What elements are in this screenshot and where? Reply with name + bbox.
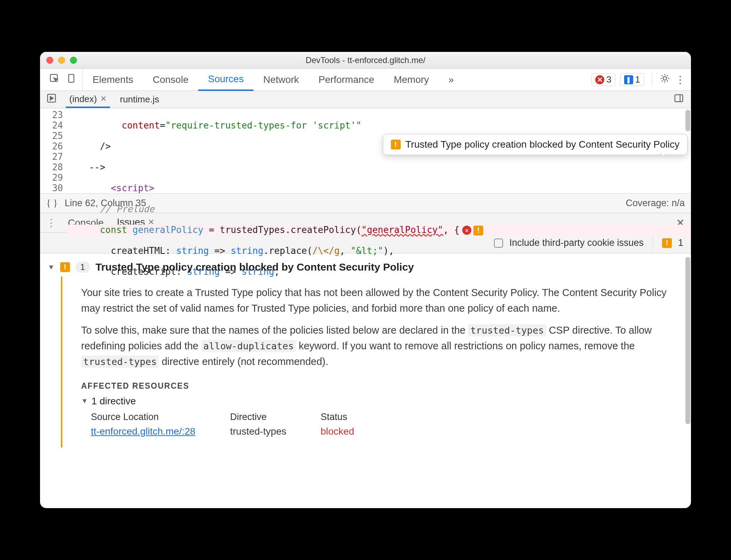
warning-tooltip: ! Trusted Type policy creation blocked b…	[383, 134, 688, 155]
inline-error-icon[interactable]: ✕	[462, 226, 471, 235]
col-directive: Directive	[230, 412, 314, 422]
inline-warning-icon[interactable]: !	[473, 226, 483, 235]
scrollbar-thumb[interactable]	[685, 110, 690, 131]
directive-summary-text: 1 directive	[92, 396, 136, 407]
affected-resources-heading: AFFECTED RESOURCES	[81, 381, 677, 391]
status-cell: blocked	[321, 426, 383, 437]
titlebar: DevTools - tt-enforced.glitch.me/	[40, 52, 691, 69]
svg-rect-5	[675, 95, 683, 102]
issue-body: Your site tries to create a Trusted Type…	[61, 277, 691, 448]
kebab-menu-icon[interactable]: ⋮	[675, 73, 685, 86]
col-status: Status	[321, 412, 383, 422]
error-counter[interactable]: ✕ 3	[591, 73, 615, 86]
pretty-print-icon[interactable]: { }	[46, 198, 58, 209]
tab-sources[interactable]: Sources	[198, 69, 253, 91]
code-content: content="require-trusted-types-for 'scri…	[67, 108, 691, 193]
directive-summary[interactable]: ▼ 1 directive	[81, 396, 677, 407]
warning-icon: !	[391, 140, 401, 149]
devtools-window: DevTools - tt-enforced.glitch.me/ Elemen…	[40, 52, 691, 508]
chevron-down-icon[interactable]: ▼	[81, 397, 88, 405]
affected-resources-table: Source Location Directive Status tt-enfo…	[91, 412, 677, 437]
close-tab-icon[interactable]: ✕	[100, 94, 107, 103]
svg-rect-1	[69, 75, 74, 83]
tooltip-text: Trusted Type policy creation blocked by …	[406, 139, 680, 150]
tab-console[interactable]: Console	[143, 69, 198, 91]
directive-cell: trusted-types	[230, 426, 314, 437]
tab-memory[interactable]: Memory	[384, 69, 439, 91]
warning-icon: !	[60, 262, 70, 272]
source-editor[interactable]: 23 24 25 26 27 28 29 30 content="require…	[40, 108, 691, 194]
issue-description-1: Your site tries to create a Trusted Type…	[81, 285, 677, 316]
message-counter[interactable]: ❚ 1	[620, 73, 644, 86]
col-source-location: Source Location	[91, 412, 223, 422]
panel-overflow-button[interactable]: »	[439, 69, 464, 91]
tab-network[interactable]: Network	[253, 69, 309, 91]
settings-gear-icon[interactable]	[660, 73, 670, 86]
table-row: tt-enforced.glitch.me/:28 trusted-types …	[91, 426, 677, 437]
issue-count-badge: 1	[76, 262, 90, 273]
resume-script-icon[interactable]	[44, 93, 60, 106]
editor-tab-row: (index) ✕ runtime.js	[40, 91, 691, 108]
inspect-icon[interactable]	[49, 73, 60, 86]
file-tab-label: (index)	[69, 94, 97, 104]
issue-title: Trusted Type policy creation blocked by …	[95, 261, 414, 273]
drawer-kebab-icon[interactable]: ⋮	[46, 217, 56, 228]
chat-icon: ❚	[624, 75, 633, 84]
chevron-down-icon[interactable]: ▼	[48, 263, 55, 271]
message-count: 1	[635, 74, 640, 85]
divider	[652, 73, 652, 86]
tab-performance[interactable]: Performance	[309, 69, 384, 91]
file-tab-index[interactable]: (index) ✕	[66, 92, 110, 108]
issue-header[interactable]: ▼ ! 1 Trusted Type policy creation block…	[40, 254, 691, 277]
svg-point-3	[663, 77, 667, 80]
tab-elements[interactable]: Elements	[83, 69, 143, 91]
issue-description-2: To solve this, make sure that the names …	[81, 322, 677, 370]
sidebar-toggle-icon[interactable]	[670, 93, 687, 106]
main-toolbar: Elements Console Sources Network Perform…	[40, 69, 691, 91]
source-location-link[interactable]: tt-enforced.glitch.me/:28	[91, 426, 223, 437]
issues-panel: ▼ ! 1 Trusted Type policy creation block…	[40, 254, 691, 508]
file-tab-label: runtime.js	[120, 94, 159, 105]
error-count: 3	[606, 74, 611, 85]
line-gutter: 23 24 25 26 27 28 29 30	[40, 108, 67, 193]
device-toolbar-icon[interactable]	[66, 73, 77, 86]
file-tab-runtime[interactable]: runtime.js	[116, 92, 163, 107]
window-title: DevTools - tt-enforced.glitch.me/	[40, 55, 691, 65]
scrollbar-thumb[interactable]	[685, 257, 690, 424]
panel-tabs: Elements Console Sources Network Perform…	[83, 69, 464, 91]
error-icon: ✕	[595, 75, 604, 84]
